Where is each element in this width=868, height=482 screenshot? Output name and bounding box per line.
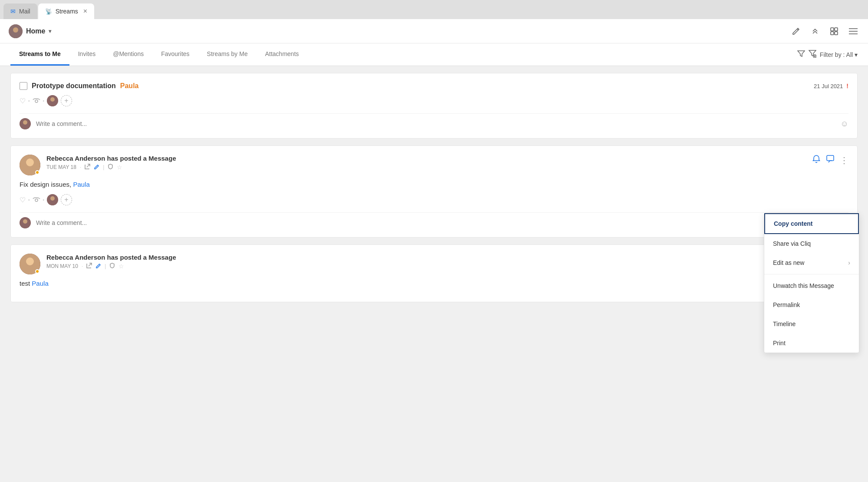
home-label: Home [26, 27, 45, 35]
card2-header: Rebecca Anderson has posted a Message TU… [20, 155, 848, 175]
follow-icon-2[interactable] [33, 196, 40, 204]
card1-actions: ♡ • • + [20, 95, 848, 106]
comment-icon[interactable] [826, 155, 835, 165]
card3-header: Rebecca Anderson has posted a Message MO… [20, 254, 848, 274]
mail-tab-icon: ✉ [10, 8, 16, 15]
card1-comment-row: ☺ [20, 113, 848, 129]
shield-icon[interactable] [108, 164, 113, 171]
more-options-icon[interactable]: ⋮ [840, 155, 848, 165]
card2-author: Rebecca Anderson has posted a Message [46, 155, 806, 162]
browser-tabs: ✉ Mail 📡 Streams × [0, 0, 868, 19]
context-menu-label-edit-as-new: Edit as new [773, 259, 804, 266]
edit-icon-3[interactable] [95, 263, 101, 270]
card2-date: TUE MAY 18 [46, 164, 76, 170]
card1-comment-input[interactable] [36, 120, 835, 127]
card2-header-icons: ⋮ [812, 155, 848, 165]
svg-point-25 [35, 199, 38, 201]
card2-mention[interactable]: Paula [73, 181, 89, 188]
card2-msg-info: Rebecca Anderson has posted a Message TU… [46, 155, 806, 171]
card2-actions: ♡ • • + [20, 194, 848, 205]
emoji-icon-1[interactable]: ☺ [841, 119, 848, 129]
context-menu-label-share-via-cliq: Share via Cliq [773, 240, 811, 247]
tab-streams[interactable]: 📡 Streams × [38, 3, 94, 19]
svg-point-14 [35, 100, 38, 102]
tab-invites[interactable]: Invites [69, 43, 104, 66]
tab-close-icon[interactable]: × [83, 7, 87, 15]
add-follower-btn[interactable]: + [61, 95, 72, 106]
svg-point-22 [26, 158, 34, 166]
filter-clear-icon[interactable] [809, 50, 816, 59]
card1-avatar [47, 95, 58, 106]
home-nav[interactable]: Home ▾ [9, 24, 51, 38]
context-menu-item-unwatch[interactable]: Unwatch this Message [764, 276, 859, 295]
edit-icon[interactable] [94, 164, 99, 171]
card2-comment-row: ☺ [20, 212, 848, 228]
star-icon-2[interactable]: ☆ [117, 164, 122, 171]
context-menu-item-edit-as-new[interactable]: Edit as new› [764, 253, 859, 272]
add-follower-btn-2[interactable]: + [61, 194, 72, 205]
chevron-right-icon: › [848, 259, 850, 266]
card3-date: MON MAY 10 [46, 263, 78, 269]
card2-commenter-avatar [20, 217, 31, 228]
card1-checkbox[interactable] [20, 82, 27, 90]
tab-streams-to-me[interactable]: Streams to Me [10, 43, 69, 66]
tab-mentions[interactable]: @Mentions [104, 43, 152, 66]
context-menu-item-permalink[interactable]: Permalink [764, 295, 859, 309]
user-avatar [9, 24, 23, 38]
heart-icon[interactable]: ♡ [20, 97, 26, 105]
dot-sep-2: • [43, 99, 45, 103]
card3-msg-info: Rebecca Anderson has posted a Message MO… [46, 254, 848, 270]
dot-sep-1: • [28, 99, 30, 103]
tab-streams-by-me[interactable]: Streams by Me [198, 43, 256, 66]
context-menu: Copy contentShare via CliqEdit as new›Un… [764, 213, 859, 309]
svg-rect-3 [831, 28, 834, 31]
collapse-icon[interactable] [809, 26, 821, 36]
tab-attachments[interactable]: Attachments [256, 43, 308, 66]
card1-title: Prototype documentation Paula [20, 82, 138, 90]
tab-favourites[interactable]: Favourites [152, 43, 198, 66]
card1-header: Prototype documentation Paula 21 Jul 202… [20, 82, 848, 90]
context-menu-item-share-via-cliq[interactable]: Share via Cliq [764, 234, 859, 253]
card1-urgent-icon: ! [846, 83, 848, 89]
compose-icon[interactable] [790, 25, 802, 37]
card3-meta: MON MAY 10 · | [46, 263, 848, 270]
stream-card-1: Prototype documentation Paula 21 Jul 202… [10, 73, 858, 139]
svg-rect-4 [835, 28, 838, 31]
card1-title-text: Prototype documentation [32, 82, 116, 90]
card3-author: Rebecca Anderson has posted a Message [46, 254, 848, 261]
open-external-icon-3[interactable] [86, 263, 92, 270]
filter-funnel-icon[interactable] [797, 50, 805, 59]
home-chevron-icon: ▾ [49, 28, 51, 34]
svg-point-1 [13, 27, 18, 33]
card3-mention[interactable]: Paula [32, 280, 48, 287]
card1-mention[interactable]: Paula [120, 82, 139, 90]
card2-follower-avatar [47, 194, 58, 205]
context-menu-divider [764, 274, 859, 274]
context-menu-label-copy-content: Copy content [774, 220, 812, 227]
svg-point-16 [50, 97, 55, 102]
streams-tab-label: Streams [56, 8, 78, 15]
heart-icon-2[interactable]: ♡ [20, 196, 26, 204]
open-external-icon[interactable] [85, 164, 90, 171]
card2-meta: TUE MAY 18 · | [46, 164, 806, 171]
page-content: Prototype documentation Paula 21 Jul 202… [0, 66, 868, 309]
svg-point-33 [26, 258, 34, 265]
card2-comment-input[interactable] [36, 219, 835, 226]
card1-date-area: 21 Jul 2021 ! [814, 83, 848, 89]
card2-body: Fix design issues, Paula [20, 181, 848, 188]
tab-mail[interactable]: ✉ Mail [3, 3, 37, 19]
svg-point-19 [23, 120, 27, 125]
stream-card-2: Rebecca Anderson has posted a Message TU… [10, 145, 858, 238]
context-menu-item-copy-content[interactable]: Copy content [764, 213, 859, 234]
bell-icon[interactable] [812, 155, 821, 165]
grid-view-icon[interactable] [828, 25, 840, 37]
card2-avatar-wrapper [20, 155, 40, 175]
card3-avatar-wrapper [20, 254, 40, 274]
tabs-nav-left: Streams to Me Invites @Mentions Favourit… [10, 43, 308, 66]
filter-by-label: Filter by : All ▾ [820, 51, 858, 58]
star-icon-3[interactable]: ☆ [118, 263, 124, 270]
follow-icon[interactable] [33, 97, 40, 105]
svg-rect-24 [827, 155, 834, 161]
hamburger-menu-icon[interactable] [847, 26, 859, 36]
shield-icon-3[interactable] [109, 263, 115, 270]
